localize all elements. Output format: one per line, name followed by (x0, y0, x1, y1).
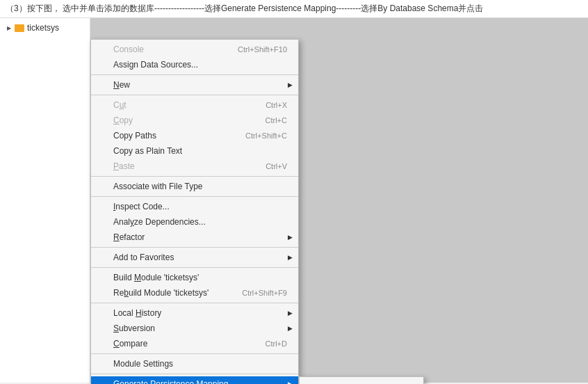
menu-item-inspect[interactable]: Inspect Code... (91, 199, 298, 214)
subversion-label: Subversion (113, 323, 155, 333)
console-icon (97, 44, 108, 55)
copy-paths-shortcut: Ctrl+Shift+C (245, 131, 287, 140)
copy-shortcut: Ctrl+C (266, 116, 287, 125)
cut-icon (97, 99, 108, 111)
sidebar-item-ticketsys[interactable]: ▶ ticketsys (0, 21, 90, 35)
new-label: New (113, 80, 130, 90)
new-submenu-arrow-icon: ▶ (288, 81, 293, 88)
persistence-submenu: By Hibernate Mappings By Database Schema (299, 376, 424, 384)
build-label: Build Module 'ticketsys' (113, 273, 199, 282)
menu-item-compare[interactable]: Compare Ctrl+D (91, 336, 298, 351)
ide-area: ▶ ticketsys Console Ctrl+Shift+F10 Assig… (0, 18, 588, 383)
cut-shortcut: Ctrl+X (266, 101, 287, 109)
paste-icon (97, 161, 108, 172)
generate-persistence-arrow-icon: ▶ (288, 381, 293, 384)
separator-3 (91, 176, 298, 177)
menu-item-generate-persistence[interactable]: Generate Persistence Mapping ▶ By Hibern… (91, 376, 298, 384)
rebuild-shortcut: Ctrl+Shift+F9 (242, 289, 287, 297)
menu-item-module-settings[interactable]: Module Settings (91, 356, 298, 371)
menu-item-local-history[interactable]: Local History ▶ (91, 305, 298, 321)
separator-8 (91, 353, 298, 354)
console-shortcut: Ctrl+Shift+F10 (238, 45, 287, 54)
console-label: Console (113, 45, 144, 54)
separator-7 (91, 303, 298, 303)
refactor-arrow-icon: ▶ (288, 234, 293, 241)
analyze-label: Analyze Dependencies... (113, 217, 206, 227)
menu-item-subversion[interactable]: Subversion ▶ (91, 321, 298, 336)
copy-plain-label: Copy as Plain Text (113, 146, 182, 156)
module-settings-label: Module Settings (113, 359, 173, 369)
generate-persistence-label: Generate Persistence Mapping (113, 379, 228, 384)
menu-item-build[interactable]: Build Module 'ticketsys' (91, 270, 298, 285)
menu-item-copy-plain[interactable]: Copy as Plain Text (91, 143, 298, 159)
separator-2 (91, 95, 298, 95)
compare-icon (97, 338, 108, 349)
separator-6 (91, 267, 298, 268)
menu-item-favorites[interactable]: Add to Favorites ▶ (91, 250, 298, 265)
favorites-label: Add to Favorites (113, 253, 174, 262)
menu-item-rebuild[interactable]: Rebuild Module 'ticketsys' Ctrl+Shift+F9 (91, 285, 298, 301)
copy-paths-label: Copy Paths (113, 131, 156, 141)
compare-shortcut: Ctrl+D (266, 339, 287, 348)
assign-data-sources-label: Assign Data Sources... (113, 60, 198, 70)
copy-label: Copy (113, 115, 133, 125)
inspect-label: Inspect Code... (113, 202, 170, 211)
instruction-text: （3）按下图， 选中并单击添加的数据库------------------选择G… (6, 3, 483, 13)
separator-5 (91, 247, 298, 248)
menu-item-console[interactable]: Console Ctrl+Shift+F10 (91, 42, 298, 57)
separator-9 (91, 374, 298, 374)
menu-item-copy-paths[interactable]: Copy Paths Ctrl+Shift+C (91, 128, 298, 143)
menu-item-analyze[interactable]: Analyze Dependencies... (91, 214, 298, 230)
menu-item-cut[interactable]: Cut Ctrl+X (91, 97, 298, 113)
project-sidebar: ▶ ticketsys (0, 18, 90, 383)
separator-1 (91, 74, 298, 75)
rebuild-label: Rebuild Module 'ticketsys' (113, 288, 209, 298)
local-history-label: Local History (113, 308, 161, 318)
favorites-arrow-icon: ▶ (288, 254, 293, 261)
submenu-item-by-hibernate[interactable]: By Hibernate Mappings (300, 379, 423, 384)
refactor-label: Refactor (113, 232, 145, 242)
menu-item-assign-data-sources[interactable]: Assign Data Sources... (91, 57, 298, 72)
associate-label: Associate with File Type (113, 182, 203, 191)
subversion-arrow-icon: ▶ (288, 325, 293, 332)
menu-item-new[interactable]: New ▶ (91, 77, 298, 93)
copy-icon (97, 115, 108, 126)
folder-icon (15, 24, 24, 32)
local-history-arrow-icon: ▶ (288, 310, 293, 317)
paste-shortcut: Ctrl+V (266, 162, 287, 170)
compare-label: Compare (113, 339, 147, 349)
instruction-bar: （3）按下图， 选中并单击添加的数据库------------------选择G… (0, 0, 588, 18)
context-menu: Console Ctrl+Shift+F10 Assign Data Sourc… (90, 39, 299, 384)
menu-item-refactor[interactable]: Refactor ▶ (91, 230, 298, 245)
cut-label: Cut (113, 100, 126, 110)
menu-item-copy[interactable]: Copy Ctrl+C (91, 113, 298, 128)
expand-arrow-icon: ▶ (6, 24, 13, 31)
menu-item-paste[interactable]: Paste Ctrl+V (91, 159, 298, 174)
paste-label: Paste (113, 161, 135, 171)
separator-4 (91, 196, 298, 197)
menu-item-associate[interactable]: Associate with File Type (91, 179, 298, 194)
project-name-label: ticketsys (27, 23, 59, 33)
